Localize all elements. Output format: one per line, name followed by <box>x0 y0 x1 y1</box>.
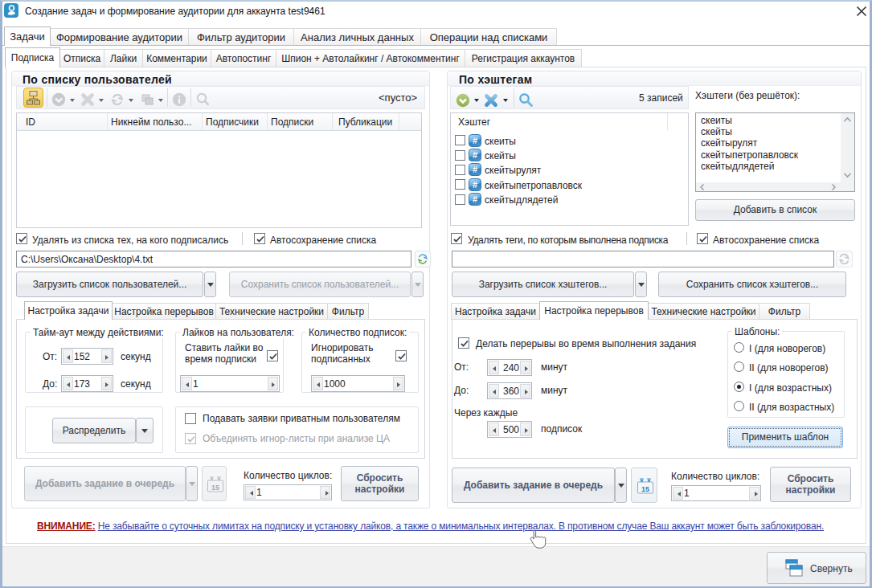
svg-text:#: # <box>473 194 477 204</box>
svg-text:#: # <box>473 150 477 160</box>
svg-text:15: 15 <box>641 485 649 493</box>
svg-text:15: 15 <box>211 484 219 492</box>
svg-text:#: # <box>473 180 477 190</box>
svg-text:#: # <box>473 136 477 145</box>
svg-text:#: # <box>473 165 477 174</box>
